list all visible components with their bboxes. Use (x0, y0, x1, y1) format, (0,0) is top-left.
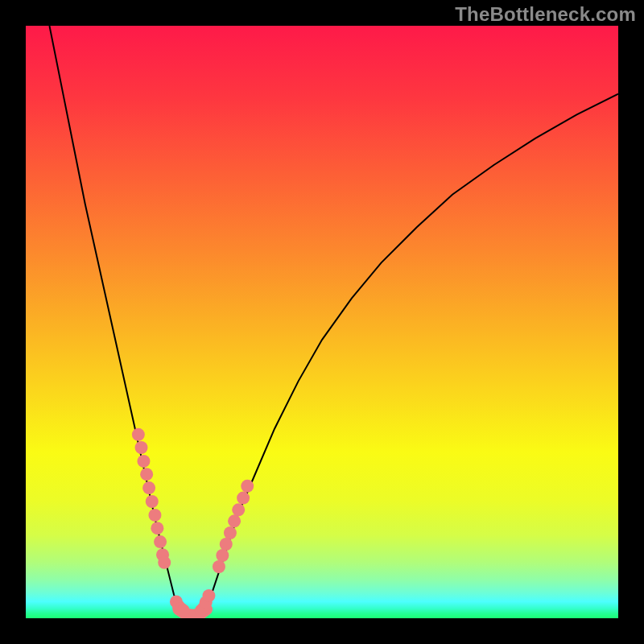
data-marker (135, 441, 148, 454)
data-marker (132, 428, 145, 441)
marker-cluster-left (132, 428, 190, 617)
marker-cluster-right (195, 480, 254, 617)
data-marker (202, 589, 215, 602)
data-marker (220, 538, 233, 551)
watermark-text: TheBottleneck.com (455, 3, 636, 26)
right-curve (206, 94, 618, 609)
data-marker (232, 503, 245, 516)
data-marker (151, 522, 163, 535)
curve-layer (26, 26, 618, 618)
left-curve (49, 26, 178, 609)
chart-frame: TheBottleneck.com (0, 0, 644, 644)
data-marker (148, 509, 161, 522)
data-marker (224, 526, 237, 539)
data-marker (146, 495, 159, 508)
data-marker (158, 556, 171, 569)
plot-area (26, 26, 618, 618)
data-marker (213, 560, 225, 573)
data-marker (241, 480, 254, 493)
data-marker (140, 468, 153, 481)
data-marker (177, 604, 190, 617)
data-marker (142, 481, 155, 494)
data-marker (228, 514, 241, 527)
data-marker (137, 455, 150, 468)
data-marker (216, 549, 229, 562)
data-marker (237, 492, 250, 505)
data-marker (154, 535, 167, 548)
